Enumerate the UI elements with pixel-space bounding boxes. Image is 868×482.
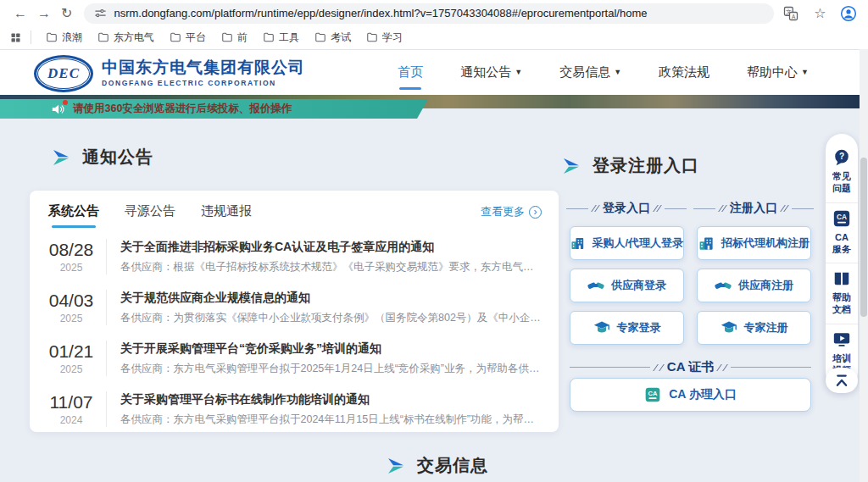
ca-cert-subheader: CA 证书 (570, 359, 811, 375)
bookmark-folder-2[interactable]: 平台 (170, 30, 206, 45)
bidding-agency-register-button[interactable]: 招标代理机构注册 (697, 226, 811, 260)
section-arrow-icon (386, 456, 406, 476)
translate-icon[interactable]: 文 A (782, 5, 799, 22)
notice-desc: 各供应商：为贯彻落实《保障中小企业款项支付条例》（国务院令第802号）及《中小企… (120, 311, 542, 325)
apps-grid-icon[interactable] (7, 29, 24, 46)
ca-service-item[interactable]: CA CA服务 (826, 202, 858, 263)
ca-badge-icon: CA (832, 209, 851, 228)
folder-icon (46, 31, 58, 43)
nav-notices[interactable]: 通知公告▼ (460, 49, 522, 95)
notice-desc: 各供应商：东方电气采购管理平台拟于2024年11月15日上线“标书在线制作”功能… (120, 413, 542, 427)
expert-register-button[interactable]: 专家注册 (697, 311, 811, 345)
bookmark-folder-3[interactable]: 前 (221, 30, 248, 45)
notice-date: 11/07 2024 (36, 392, 106, 426)
video-monitor-icon (832, 330, 851, 349)
notice-list-item[interactable]: 08/28 2025 关于全面推进非招标采购业务CA认证及电子签章应用的通知 各… (36, 231, 542, 282)
bookmark-label: 浪潮 (62, 30, 82, 45)
main-nav: 首页 通知公告▼ 交易信息▼ 政策法规 帮助中心▼ (398, 49, 809, 95)
forward-icon[interactable]: → (37, 3, 51, 24)
eprocurement-portal-page: ← → ↻ nsrm.dongfang.com/platform/runtime… (0, 0, 868, 482)
bookmark-folder-5[interactable]: 考试 (314, 30, 351, 45)
expert-login-button[interactable]: 专家登录 (570, 311, 684, 345)
bookmark-folder-0[interactable]: 浪潮 (46, 30, 82, 45)
bookmark-folder-4[interactable]: 工具 (263, 30, 299, 45)
notification-dot (63, 100, 68, 105)
handshake-icon (587, 277, 604, 294)
toolbar-actions: 文 A ☆ ⋮ (782, 5, 868, 22)
supplier-login-button[interactable]: 供应商登录 (570, 269, 684, 302)
register-subheader: 注册入口 (693, 201, 814, 216)
nav-home[interactable]: 首页 (398, 49, 423, 95)
back-icon[interactable]: ← (14, 3, 27, 24)
tab-sourcing-notices[interactable]: 寻源公告 (125, 203, 175, 228)
trade-section-title: 交易信息 (386, 454, 488, 477)
bookmark-folder-1[interactable]: 东方电气 (97, 30, 154, 45)
folder-icon (97, 31, 109, 43)
notice-date: 04/03 2025 (36, 291, 106, 324)
bookmark-label: 工具 (279, 30, 299, 45)
company-name-en: DONGFANG ELECTRIC CORPORATION (102, 80, 305, 87)
notice-desc: 各供应商：根据《电子招标投标系统技术规范》《电子采购交易规范》要求，东方电气采购… (120, 260, 542, 274)
folder-icon (366, 31, 378, 43)
floating-sidebar: ? 常见问题 CA CA服务 帮助文档 (826, 134, 858, 389)
help-docs-item[interactable]: 帮助文档 (826, 263, 858, 324)
ribbon-text: 请使用360安全浏览器进行后续投标、报价操作 (73, 102, 292, 116)
notice-list-item[interactable]: 04/03 2025 关于规范供应商企业规模信息的通知 各供应商：为贯彻落实《保… (36, 282, 542, 333)
back-to-top-button[interactable] (826, 368, 858, 393)
svg-text:?: ? (839, 152, 844, 161)
svg-text:CA: CA (648, 390, 658, 397)
notices-tabs: 系统公告 寻源公告 违规通报 查看更多 › (30, 191, 559, 228)
tab-violation-reports[interactable]: 违规通报 (201, 203, 252, 228)
notice-ribbon: 请使用360安全浏览器进行后续投标、报价操作 (0, 99, 428, 119)
tab-system-notices[interactable]: 系统公告 (48, 203, 99, 228)
notices-card: 系统公告 寻源公告 违规通报 查看更多 › 08/28 2025 关于全面推进非… (30, 191, 559, 432)
faq-item[interactable]: ? 常见问题 (826, 142, 858, 202)
nav-trade-info[interactable]: 交易信息▼ (559, 49, 621, 95)
ca-apply-button[interactable]: CA CA 办理入口 (570, 378, 811, 412)
svg-text:CA: CA (837, 213, 847, 221)
svg-text:A: A (792, 13, 796, 19)
bookmark-folder-6[interactable]: 学习 (366, 30, 403, 45)
site-info-icon[interactable] (94, 7, 107, 19)
bookmarks-divider (31, 30, 31, 44)
ca-badge-icon: CA (644, 386, 661, 403)
speaker-icon (51, 102, 66, 116)
supplier-register-button[interactable]: 供应商注册 (697, 269, 811, 302)
refresh-icon[interactable]: ↻ (61, 3, 72, 24)
purchaser-agent-login-button[interactable]: 采购人/代理人登录 (570, 226, 684, 260)
notice-date: 01/21 2025 (36, 341, 106, 375)
notice-date: 08/28 2025 (36, 240, 106, 274)
company-logo[interactable]: DEC 中国东方电气集团有限公司 DONGFANG ELECTRIC CORPO… (34, 55, 305, 92)
notice-list-item[interactable]: 01/21 2025 关于开展采购管理平台“竞价采购业务”培训的通知 各供应商：… (36, 333, 542, 384)
handshake-icon (715, 277, 732, 294)
scrollbar-track[interactable] (860, 49, 868, 482)
notices-section-title: 通知公告 (51, 146, 153, 169)
chevron-down-icon: ▼ (515, 49, 522, 95)
company-name-cn: 中国东方电气集团有限公司 (102, 59, 305, 77)
bookmark-label: 平台 (186, 30, 206, 45)
bookmark-star-icon[interactable]: ☆ (811, 5, 828, 22)
profile-avatar-icon[interactable] (840, 5, 857, 22)
notice-title: 关于采购管理平台标书在线制作功能培训的通知 (120, 392, 542, 407)
view-more-link[interactable]: 查看更多 › (481, 204, 542, 219)
chevron-down-icon: ▼ (801, 49, 809, 95)
notice-title: 关于开展采购管理平台“竞价采购业务”培训的通知 (120, 341, 542, 357)
bookmark-label: 考试 (331, 30, 351, 45)
question-bubble-icon: ? (832, 148, 851, 167)
login-section-title: 登录注册入口 (561, 154, 699, 177)
scrollbar-thumb[interactable] (860, 158, 867, 317)
graduation-cap-icon (721, 319, 737, 336)
nav-policies[interactable]: 政策法规 (659, 49, 709, 95)
login-subheader: 登录入口 (566, 201, 687, 216)
url-text[interactable]: nsrm.dongfang.com/platform/runtime/epp/d… (114, 7, 647, 19)
section-arrow-icon (51, 147, 71, 168)
notice-list: 08/28 2025 关于全面推进非招标采购业务CA认证及电子签章应用的通知 各… (30, 228, 559, 435)
section-arrow-icon (561, 156, 581, 176)
address-bar[interactable]: nsrm.dongfang.com/platform/runtime/epp/d… (84, 3, 774, 24)
notice-list-item[interactable]: 11/07 2024 关于采购管理平台标书在线制作功能培训的通知 各供应商：东方… (36, 384, 542, 435)
chevron-down-icon: ▼ (614, 49, 621, 95)
arrow-right-circle-icon: › (529, 206, 542, 219)
folder-icon (170, 31, 181, 43)
nav-help-center[interactable]: 帮助中心▼ (747, 49, 809, 95)
bookmark-label: 学习 (382, 30, 403, 45)
